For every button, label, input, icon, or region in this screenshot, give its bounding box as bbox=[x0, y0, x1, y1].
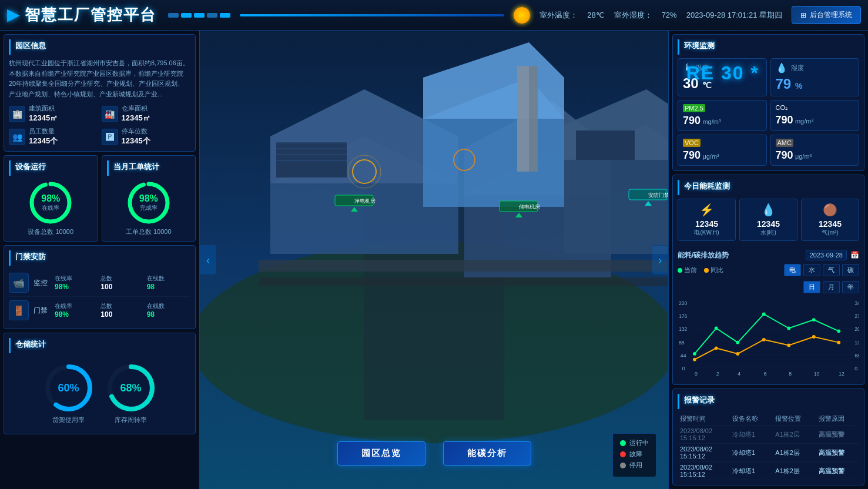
map-nav-right[interactable]: › bbox=[652, 245, 668, 274]
energy-chart-svg: 220 176 132 88 44 0 340 272 204 136 68 0 bbox=[678, 296, 859, 378]
gate-online-label: 在线数 bbox=[147, 302, 190, 310]
alert-title: 报警记录 bbox=[678, 394, 859, 409]
mid-row: 设备运行 98% 在线率 设备总数 10000 bbox=[4, 155, 196, 242]
camera-icon: 📹 bbox=[9, 273, 29, 293]
svg-point-69 bbox=[762, 312, 766, 316]
time-tab-day[interactable]: 日 bbox=[803, 281, 820, 293]
park-overview-button[interactable]: 园区总览 bbox=[337, 441, 425, 465]
energy-analysis-button[interactable]: 能碳分析 bbox=[443, 441, 531, 465]
factory-3d-map: 净电机房 储电机房 安防门禁 bbox=[200, 31, 668, 489]
park-stat-warehouse-area: 🏭 仓库面积 12345㎡ bbox=[102, 104, 191, 123]
energy-water: 💧 12345 水(吨) bbox=[739, 199, 797, 241]
park-stat-parking: 🅿 停车位数 12345个 bbox=[102, 127, 191, 146]
svg-point-71 bbox=[812, 318, 816, 321]
warehouse-gauge2-label: 库存周转率 bbox=[115, 416, 147, 424]
warehouse-gauges: 60% 货架使用率 68% bbox=[9, 357, 190, 429]
camera-total-value: 100 bbox=[100, 283, 144, 291]
svg-point-74 bbox=[715, 346, 718, 350]
camera-stats: 在线率 98% 总数 100 在线数 98 bbox=[55, 274, 190, 291]
header-progress-bar bbox=[240, 14, 504, 16]
equipment-title: 设备运行 bbox=[9, 160, 93, 176]
svg-text:10: 10 bbox=[814, 371, 820, 377]
gate-label: 门禁 bbox=[33, 306, 50, 316]
svg-text:12: 12 bbox=[839, 371, 844, 377]
stat-warehouse-value: 12345㎡ bbox=[122, 113, 150, 123]
co2-unit: mg/m³ bbox=[795, 118, 813, 125]
warehouse-gauge1-percent: 60% bbox=[58, 382, 79, 394]
series-btn-water[interactable]: 水 bbox=[803, 264, 820, 276]
amc-unit: μg/m³ bbox=[795, 153, 812, 160]
time-tab-month[interactable]: 月 bbox=[823, 281, 840, 293]
voc-unit: μg/m³ bbox=[702, 153, 719, 160]
alert-header-reason: 报警原因 bbox=[816, 413, 859, 426]
alert-location-2: A1栋2层 bbox=[773, 444, 816, 462]
outdoor-hum-label: 室外湿度： bbox=[614, 10, 652, 21]
header-dots bbox=[168, 13, 230, 18]
energy-trend-section: 能耗/碳排放趋势 2023-09-28 📅 当前 同比 bbox=[678, 246, 859, 380]
svg-text:0: 0 bbox=[682, 366, 685, 371]
calendar-icon: 📅 bbox=[850, 251, 859, 259]
series-btn-carbon[interactable]: 碳 bbox=[842, 264, 859, 276]
legend-current: 当前 bbox=[678, 264, 697, 276]
legend-disabled-label: 停用 bbox=[629, 461, 642, 470]
equipment-card: 设备运行 98% 在线率 设备总数 10000 bbox=[4, 155, 98, 242]
equipment-gauge: 98% 在线率 设备总数 10000 bbox=[9, 179, 93, 236]
series-btn-gas[interactable]: 气 bbox=[823, 264, 840, 276]
map-nav-left[interactable]: ‹ bbox=[200, 245, 216, 274]
svg-text:132: 132 bbox=[679, 326, 688, 332]
water-drop-icon: 💧 bbox=[743, 203, 793, 217]
equipment-total: 设备总数 10000 bbox=[28, 227, 73, 236]
dot-4 bbox=[207, 13, 217, 18]
svg-text:44: 44 bbox=[681, 353, 686, 359]
app-title: ▶ 智慧工厂管控平台 bbox=[7, 5, 156, 25]
env-voc: VOC 790 μg/m³ bbox=[678, 135, 767, 166]
svg-text:0: 0 bbox=[854, 366, 857, 371]
svg-rect-19 bbox=[276, 160, 347, 161]
datetime-display: 2023-09-28 17:01:21 星期四 bbox=[686, 10, 782, 21]
gas-value: 12345 bbox=[805, 219, 855, 229]
svg-point-78 bbox=[812, 335, 816, 339]
energy-items: ⚡ 12345 电(KW.H) 💧 12345 水(吨) 🟤 12345 气(m… bbox=[678, 199, 859, 241]
svg-text:204: 204 bbox=[854, 326, 859, 332]
co2-value: 790 bbox=[776, 114, 793, 126]
energy-electricity: ⚡ 12345 电(KW.H) bbox=[678, 199, 736, 241]
dot-1 bbox=[168, 13, 179, 18]
stat-building-value: 12345㎡ bbox=[29, 113, 58, 123]
gate-online-value: 98 bbox=[147, 310, 190, 319]
pm25-unit: mg/m³ bbox=[702, 118, 720, 125]
equipment-rate-label: 在线率 bbox=[41, 204, 60, 212]
svg-rect-17 bbox=[276, 148, 347, 149]
backend-system-button[interactable]: ⊞ 后台管理系统 bbox=[792, 6, 861, 24]
energy-chart: 220 176 132 88 44 0 340 272 204 136 68 0 bbox=[678, 296, 859, 380]
svg-point-73 bbox=[693, 358, 696, 361]
time-tab-year[interactable]: 年 bbox=[842, 281, 859, 293]
equipment-gauge-circle: 98% 在线率 bbox=[27, 179, 74, 226]
svg-text:272: 272 bbox=[854, 313, 859, 319]
trend-title: 能耗/碳排放趋势 bbox=[678, 250, 729, 260]
park-info-card: 园区信息 杭州现代工业园位于浙江省湖州市安吉县，面积约8,795.06亩。本数据… bbox=[4, 34, 196, 152]
energy-title: 今日能耗监测 bbox=[678, 180, 859, 195]
gate-online-rate-label: 在线率 bbox=[55, 302, 98, 310]
outdoor-temp-value: 28℃ bbox=[587, 11, 604, 19]
alert-card: 报警记录 报警时间 设备名称 报警位置 报警原因 2023/08/0215:15… bbox=[672, 388, 864, 485]
svg-text:176: 176 bbox=[679, 313, 688, 319]
workorder-percent: 98% bbox=[139, 193, 158, 204]
co2-icon: CO₂ bbox=[776, 104, 788, 112]
water-value: 12345 bbox=[743, 219, 793, 229]
alert-reason-2: 高温预警 bbox=[816, 444, 859, 462]
warehouse-gauge1-label: 货架使用率 bbox=[52, 416, 85, 424]
park-stat-employees: 👥 员工数量 12345个 bbox=[9, 127, 98, 146]
weather-info: 室外温度： 28℃ 室外湿度： 72% bbox=[514, 7, 677, 24]
svg-text:安防门禁: 安防门禁 bbox=[648, 192, 668, 198]
map-legend: 运行中 故障 停用 bbox=[612, 433, 656, 477]
park-info-text: 杭州现代工业园位于浙江省湖州市安吉县，面积约8,795.06亩。本数据来自前瞻产… bbox=[9, 58, 190, 99]
warehouse-icon: 🏭 bbox=[102, 106, 118, 122]
workorder-card: 当月工单统计 98% 完成率 工单总数 10000 bbox=[102, 155, 196, 242]
alert-time-1: 2023/08/0215:15:12 bbox=[678, 426, 730, 444]
series-btn-electricity[interactable]: 电 bbox=[784, 264, 801, 276]
water-unit: 水(吨) bbox=[743, 229, 793, 237]
dot-3 bbox=[194, 13, 205, 18]
workorder-gauge: 98% 完成率 工单总数 10000 bbox=[107, 179, 191, 236]
svg-point-79 bbox=[837, 341, 840, 344]
employees-icon: 👥 bbox=[9, 129, 25, 145]
